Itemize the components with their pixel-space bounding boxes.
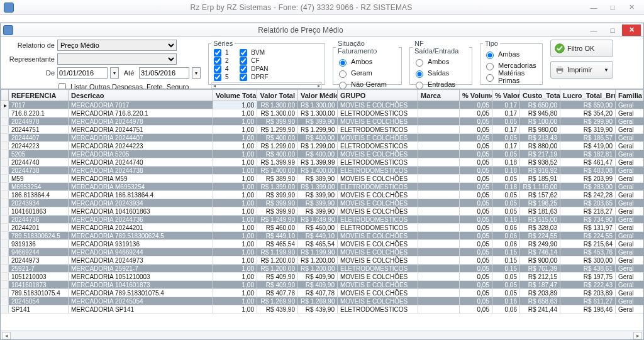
cell[interactable]: 1,00 xyxy=(213,150,257,158)
cell[interactable]: SP141 xyxy=(9,305,69,314)
maximize-button[interactable]: □ xyxy=(604,2,621,13)
cell[interactable]: MERCADORIA 20244978 xyxy=(69,118,213,126)
cell[interactable]: 0,16 xyxy=(492,216,520,224)
cell[interactable]: R$ 319,90 xyxy=(560,126,616,134)
cell[interactable]: ELETRODOMESTICOS xyxy=(338,216,418,224)
cell[interactable]: MERCADORIA M59 xyxy=(69,175,213,183)
cell[interactable] xyxy=(418,134,460,142)
col-header[interactable]: Volume Total xyxy=(213,90,257,101)
cell[interactable]: R$ 1.249,90 xyxy=(257,216,298,224)
cell[interactable]: Geral xyxy=(616,199,644,207)
cell[interactable]: R$ 187,47 xyxy=(520,281,560,289)
series-item[interactable]: CF xyxy=(237,57,268,65)
cell[interactable]: R$ 449,10 xyxy=(298,232,338,240)
cell[interactable]: 789.518301075.4 xyxy=(9,289,69,297)
cell[interactable]: R$ 242,28 xyxy=(560,191,616,199)
cell[interactable]: R$ 1.269,90 xyxy=(257,297,298,305)
cell[interactable]: 1041601863 xyxy=(9,207,69,216)
cell[interactable]: Geral xyxy=(616,256,644,265)
cell[interactable]: ELETRODOMESTICOS xyxy=(338,109,418,118)
series-item[interactable]: 2 xyxy=(211,57,233,65)
cell[interactable]: 0,05 xyxy=(460,183,492,191)
cell[interactable] xyxy=(418,240,460,248)
grid-header[interactable]: REFERENCIADescricaoVolume TotalValor Tot… xyxy=(1,90,644,101)
cell[interactable] xyxy=(418,175,460,183)
series-item[interactable]: DPRF xyxy=(237,73,268,81)
table-row[interactable]: 5205MERCADORIA 52051,00R$ 400,00R$ 400,0… xyxy=(1,150,644,158)
cell[interactable]: 7017 xyxy=(9,101,69,109)
cell[interactable]: MERCADORIA 94669244 xyxy=(69,248,213,256)
table-row[interactable]: 1041601863MERCADORIA 10416018631,00R$ 39… xyxy=(1,207,644,216)
cell[interactable]: 0,05 xyxy=(460,224,492,232)
cell[interactable]: R$ 222,43 xyxy=(560,281,616,289)
cell[interactable]: Geral xyxy=(616,265,644,273)
radio-saidas[interactable]: Saídas xyxy=(413,67,469,79)
cell[interactable]: R$ 658,63 xyxy=(520,297,560,305)
cell[interactable]: R$ 399,90 xyxy=(298,207,338,216)
radio-geram[interactable]: Geram xyxy=(336,67,399,79)
cell[interactable] xyxy=(418,289,460,297)
cell[interactable]: R$ 1.199,90 xyxy=(257,248,298,256)
cell[interactable]: 1,00 xyxy=(213,216,257,224)
table-row[interactable]: 20244738MERCADORIA 202447381,00R$ 1.400,… xyxy=(1,167,644,175)
cell[interactable]: MOVEIS E COLCHÕES xyxy=(338,191,418,199)
minimize-button[interactable]: — xyxy=(585,2,602,13)
cell[interactable]: 20244740 xyxy=(9,158,69,167)
cell[interactable]: 0,06 xyxy=(492,232,520,240)
cell[interactable]: R$ 399,90 xyxy=(257,199,298,207)
cell[interactable] xyxy=(418,224,460,232)
col-header[interactable]: Valor Total xyxy=(257,90,298,101)
cell[interactable]: 25921-7 xyxy=(9,265,69,273)
cell[interactable]: MERCADORIA 9319136 xyxy=(69,240,213,248)
cell[interactable]: M59 xyxy=(9,175,69,183)
cell[interactable]: 1,00 xyxy=(213,126,257,134)
cell[interactable]: 20244201 xyxy=(9,224,69,232)
cell[interactable]: Geral xyxy=(616,281,644,289)
cell[interactable]: R$ 409,90 xyxy=(257,281,298,289)
cell[interactable]: 1,00 xyxy=(213,224,257,232)
cell[interactable]: 1,00 xyxy=(213,305,257,314)
col-header[interactable]: % Valor xyxy=(492,90,520,101)
cell[interactable]: ELETRODOMESTICOS xyxy=(338,305,418,314)
cell[interactable]: R$ 1.300,00 xyxy=(298,109,338,118)
cell[interactable]: 1,00 xyxy=(213,240,257,248)
cell[interactable]: 0,05 xyxy=(460,101,492,109)
data-grid[interactable]: REFERENCIADescricaoVolume TotalValor Tot… xyxy=(1,89,643,339)
cell[interactable]: 0,17 xyxy=(492,109,520,118)
cell[interactable]: R$ 407,78 xyxy=(257,289,298,297)
cell[interactable] xyxy=(418,216,460,224)
report-maximize-button[interactable]: □ xyxy=(603,25,622,36)
cell[interactable]: Geral xyxy=(616,232,644,240)
cell[interactable]: 1,00 xyxy=(213,183,257,191)
cell[interactable]: R$ 439,90 xyxy=(298,305,338,314)
col-header[interactable]: Familia xyxy=(616,90,644,101)
cell[interactable]: R$ 1.399,99 xyxy=(257,158,298,167)
cell[interactable]: R$ 761,39 xyxy=(520,265,560,273)
cell[interactable]: R$ 449,10 xyxy=(257,232,298,240)
cell[interactable]: Geral xyxy=(616,297,644,305)
cell[interactable]: R$ 203,89 xyxy=(520,289,560,297)
cell[interactable]: Geral xyxy=(616,305,644,314)
cell[interactable]: R$ 400,00 xyxy=(257,134,298,142)
cell[interactable] xyxy=(418,265,460,273)
series-item[interactable]: 4 xyxy=(211,65,233,73)
scroll-left[interactable]: ◂ xyxy=(2,332,11,339)
cell[interactable]: R$ 203,89 xyxy=(560,289,616,297)
cell[interactable]: R$ 224,55 xyxy=(520,232,560,240)
cell[interactable]: Geral xyxy=(616,207,644,216)
cell[interactable]: R$ 400,00 xyxy=(257,150,298,158)
radio-ambas[interactable]: Ambas xyxy=(483,48,540,60)
cell[interactable] xyxy=(418,256,460,265)
table-row[interactable]: 20244223MERCADORIA 202442231,00R$ 1.299,… xyxy=(1,142,644,150)
cell[interactable] xyxy=(418,167,460,175)
col-header[interactable]: % Volume xyxy=(460,90,492,101)
table-row[interactable]: SP141MERCADORIA SP1411,00R$ 439,90R$ 439… xyxy=(1,305,644,314)
cell[interactable]: R$ 483,08 xyxy=(560,167,616,175)
cell[interactable]: 1,00 xyxy=(213,256,257,265)
cell[interactable]: MERCADORIA 20244740 xyxy=(69,158,213,167)
cell[interactable]: 0,05 xyxy=(460,167,492,175)
col-header[interactable]: Valor Médio xyxy=(298,90,338,101)
cell[interactable]: R$ 196,25 xyxy=(520,199,560,207)
cell[interactable]: 20243934 xyxy=(9,199,69,207)
cell[interactable]: MOVEIS E COLCHÕES xyxy=(338,289,418,297)
